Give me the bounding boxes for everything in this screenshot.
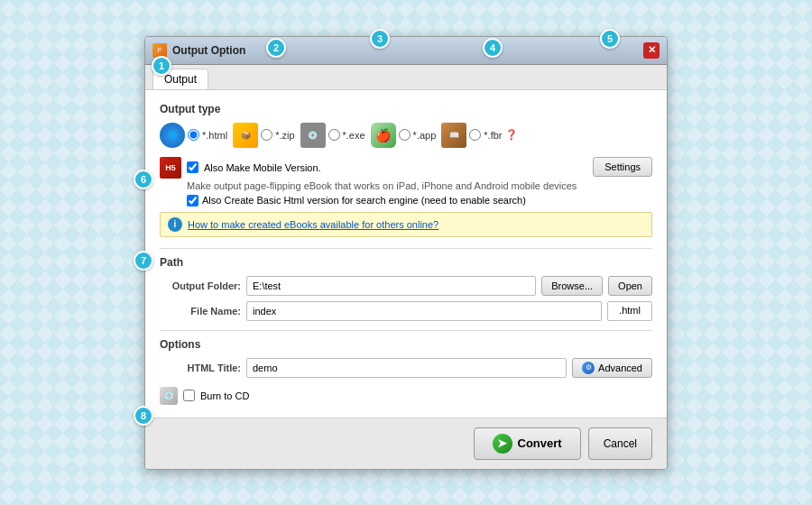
convert-arrow-icon: ➤ [493, 434, 512, 454]
help-icon[interactable]: ❓ [505, 129, 518, 141]
radio-zip[interactable] [261, 129, 272, 141]
app-icon: 🍎 [371, 123, 396, 148]
tab-bar: Output [145, 65, 667, 90]
output-option-dialog: F Output Option ✕ Output Output type 🌐 *… [144, 36, 668, 470]
path-section: Path Output Folder: Browse... Open File … [160, 256, 652, 321]
html-title-input[interactable] [246, 358, 567, 378]
convert-label: Convert [518, 436, 562, 450]
info-link[interactable]: How to make created eBooks available for… [188, 219, 438, 230]
title-bar: F Output Option ✕ [145, 37, 667, 65]
output-type-label: Output type [160, 103, 652, 115]
info-bar: i How to make created eBooks available f… [160, 212, 652, 237]
advanced-label: Advanced [598, 363, 642, 373]
mobile-description: Make output page-flipping eBook that wor… [187, 180, 652, 191]
html-version-label: Also Create Basic Html version for searc… [202, 195, 526, 206]
annotation-1: 1 [152, 56, 171, 76]
html-version-row: Also Create Basic Html version for searc… [187, 195, 652, 207]
output-folder-input[interactable] [246, 276, 536, 296]
fbr-label: *.fbr [484, 130, 502, 141]
exe-label: *.exe [343, 130, 365, 141]
zip-label: *.zip [275, 130, 294, 141]
output-type-row: 🌐 *.html 📦 *.zip 💿 *.exe 🍎 *.app [160, 123, 652, 148]
mobile-checkbox-label: Also Make Mobile Version. [204, 162, 321, 173]
annotation-4: 4 [483, 38, 503, 58]
output-option-html[interactable]: 🌐 *.html [160, 123, 227, 148]
browse-button[interactable]: Browse... [541, 276, 603, 296]
annotation-2: 2 [266, 38, 286, 58]
annotation-8: 8 [134, 406, 153, 426]
advanced-icon: ⚙ [582, 362, 595, 374]
open-button[interactable]: Open [608, 276, 652, 296]
burn-row: 💿 Burn to CD [160, 387, 652, 405]
annotation-5: 5 [600, 29, 620, 49]
divider-2 [160, 330, 652, 331]
mobile-icon: H5 [160, 157, 181, 179]
output-folder-row: Output Folder: Browse... Open [160, 276, 652, 296]
path-section-label: Path [160, 256, 652, 269]
mobile-row: H5 Also Make Mobile Version. [160, 157, 593, 179]
burn-label: Burn to CD [200, 390, 249, 401]
radio-fbr[interactable] [469, 129, 481, 141]
divider-1 [160, 248, 652, 249]
output-option-zip[interactable]: 📦 *.zip [233, 123, 294, 148]
html-icon: 🌐 [160, 123, 185, 148]
cancel-button[interactable]: Cancel [588, 427, 652, 460]
app-label: *.app [413, 130, 437, 141]
exe-icon: 💿 [300, 123, 326, 148]
file-name-label: File Name: [160, 306, 241, 317]
close-button[interactable]: ✕ [643, 42, 660, 59]
output-option-exe[interactable]: 💿 *.exe [300, 123, 365, 148]
dialog-footer: ➤ Convert Cancel [145, 418, 667, 469]
annotation-7: 7 [134, 251, 153, 271]
info-icon: i [168, 217, 182, 232]
burn-icon: 💿 [160, 387, 178, 405]
dialog-body: Output type 🌐 *.html 📦 *.zip 💿 *.exe [145, 90, 667, 418]
html-title-row: HTML Title: ⚙ Advanced [160, 358, 652, 378]
annotation-3: 3 [370, 29, 390, 49]
output-folder-label: Output Folder: [160, 280, 241, 291]
file-ext: .html [607, 301, 652, 321]
radio-app[interactable] [399, 129, 411, 141]
advanced-button[interactable]: ⚙ Advanced [572, 358, 652, 378]
fbr-icon: 📖 [441, 123, 466, 148]
file-name-row: File Name: .html [160, 301, 652, 321]
radio-exe[interactable] [328, 129, 340, 141]
burn-checkbox[interactable] [183, 390, 195, 401]
radio-html[interactable] [188, 129, 199, 141]
annotation-6: 6 [134, 170, 153, 189]
dialog-title: Output Option [172, 44, 245, 57]
output-option-app[interactable]: 🍎 *.app [371, 123, 437, 148]
html-label: *.html [202, 130, 227, 141]
convert-button[interactable]: ➤ Convert [474, 427, 581, 460]
mobile-checkbox[interactable] [187, 161, 198, 173]
html-title-label: HTML Title: [160, 363, 241, 373]
options-section-label: Options [160, 338, 652, 351]
zip-icon: 📦 [233, 123, 258, 148]
title-bar-left: F Output Option [152, 43, 245, 58]
mobile-section: H5 Also Make Mobile Version. Settings [160, 157, 652, 179]
html-version-checkbox[interactable] [187, 195, 198, 207]
options-section: Options HTML Title: ⚙ Advanced [160, 338, 652, 378]
file-name-input[interactable] [246, 301, 602, 321]
output-option-fbr[interactable]: 📖 *.fbr ❓ [441, 123, 517, 148]
settings-button[interactable]: Settings [593, 157, 652, 177]
